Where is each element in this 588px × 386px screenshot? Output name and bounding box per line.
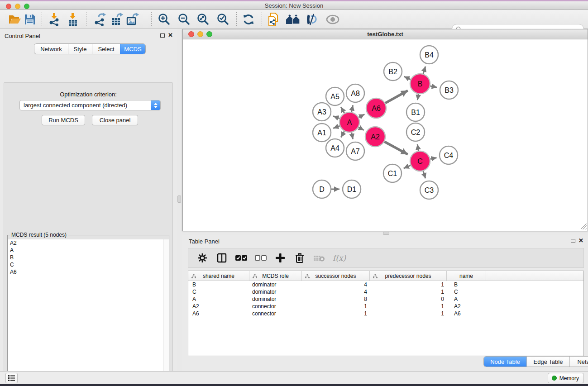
deselect-all-icon[interactable] — [255, 252, 267, 264]
column-header-successor-nodes[interactable]: successor nodes — [302, 271, 370, 281]
delete-icon[interactable] — [294, 252, 306, 264]
graph-edge-B-B4[interactable] — [423, 67, 425, 74]
zoom-fit-icon[interactable] — [195, 12, 210, 27]
export-image-icon[interactable] — [124, 12, 140, 27]
graph-node-A8[interactable]: A8 — [346, 84, 364, 102]
graph-node-A1[interactable]: A1 — [313, 124, 331, 142]
refresh-icon[interactable] — [241, 12, 256, 27]
graph-edge-A6-B[interactable] — [385, 91, 408, 103]
graph-node-B4[interactable]: B4 — [420, 46, 438, 64]
save-session-icon[interactable] — [22, 12, 38, 27]
tab-style[interactable]: Style — [68, 44, 92, 54]
graph-node-B[interactable]: B — [410, 74, 430, 94]
mcds-result-list[interactable]: A2ABCA6 — [8, 239, 169, 386]
graph-edge-B-B1[interactable] — [417, 94, 418, 100]
graph-node-B1[interactable]: B1 — [406, 103, 425, 121]
network-window-titlebar[interactable]: testGlobe.txt — [183, 29, 588, 39]
birdseye-view-icon[interactable] — [325, 12, 340, 27]
float-table-panel-icon[interactable] — [571, 239, 575, 243]
graph-node-A5[interactable]: A5 — [326, 87, 344, 105]
result-item[interactable]: A2 — [8, 239, 169, 247]
graph-edge-B-B3[interactable] — [430, 86, 437, 87]
result-item[interactable]: C — [8, 261, 169, 268]
graphics-details-icon[interactable] — [303, 12, 319, 27]
column-header-MCDS-role[interactable]: MCDS role — [249, 271, 302, 281]
horizontal-splitter-grip[interactable] — [383, 232, 389, 235]
graph-edge-A2-C[interactable] — [384, 142, 408, 154]
graph-node-A6[interactable]: A6 — [366, 98, 386, 118]
graph-node-C4[interactable]: C4 — [440, 146, 458, 164]
table-settings-icon[interactable] — [196, 252, 208, 264]
column-header-predecessor-nodes[interactable]: predecessor nodes — [370, 271, 447, 281]
graph-edge-A-A7[interactable] — [352, 133, 353, 139]
task-history-button[interactable] — [5, 373, 18, 383]
graph-node-A4[interactable]: A4 — [326, 139, 344, 157]
show-columns-icon[interactable] — [216, 252, 228, 264]
graph-edge-A-A8[interactable] — [352, 105, 353, 112]
column-header-name[interactable]: name — [447, 271, 486, 281]
graph-edge-A-A4[interactable] — [341, 131, 344, 137]
table-row[interactable]: A6connector11A6 — [188, 310, 583, 317]
graph-edge-C-C1[interactable] — [404, 165, 411, 168]
graph-edge-A-A1[interactable] — [333, 126, 339, 128]
cybrowser-home-icon[interactable] — [285, 12, 301, 27]
zoom-out-icon[interactable] — [176, 12, 191, 27]
vertical-splitter-grip[interactable] — [177, 195, 181, 203]
select-all-icon[interactable] — [235, 252, 247, 264]
export-network-icon[interactable] — [92, 12, 107, 27]
zoom-in-icon[interactable] — [156, 12, 172, 27]
graph-node-B3[interactable]: B3 — [440, 81, 458, 99]
graph-edge-A-A5[interactable] — [341, 107, 344, 113]
table-tab-edge-table[interactable]: Edge Table — [526, 357, 569, 367]
graph-edge-B-B2[interactable] — [404, 76, 411, 79]
memory-button[interactable]: Memory — [548, 373, 584, 383]
export-table-icon[interactable] — [109, 12, 124, 27]
table-row[interactable]: A2connector11A2 — [188, 303, 583, 310]
table-tab-network-table[interactable]: Network Table — [569, 357, 588, 367]
run-mcds-button[interactable]: Run MCDS — [42, 115, 85, 125]
graph-edge-A-A3[interactable] — [333, 116, 339, 119]
graph-node-C[interactable]: C — [410, 151, 430, 171]
result-list-scrollbar[interactable] — [163, 239, 169, 386]
graph-node-C1[interactable]: C1 — [383, 164, 402, 182]
close-panel-button[interactable]: Close panel — [92, 115, 138, 125]
close-table-panel-icon[interactable]: ✕ — [578, 238, 583, 243]
result-item[interactable]: B — [8, 254, 169, 261]
open-file-icon[interactable] — [7, 12, 23, 27]
graph-node-A3[interactable]: A3 — [313, 103, 331, 121]
result-item[interactable]: A6 — [8, 268, 169, 276]
window-resize-grip[interactable] — [581, 224, 587, 229]
graph-edge-A-A2[interactable] — [359, 127, 364, 130]
graph-edge-C-C4[interactable] — [430, 157, 437, 159]
import-table-icon[interactable] — [65, 12, 81, 27]
network-canvas[interactable]: A5A8A3A1A4A7AA6A2BB1B2B3B4CC1C2C3C4DD1 — [183, 39, 588, 231]
result-item[interactable]: A — [8, 247, 169, 254]
zoom-selected-icon[interactable] — [215, 12, 230, 27]
add-icon[interactable] — [274, 252, 286, 264]
table-row[interactable]: Adominator80A — [188, 295, 583, 303]
import-network-icon[interactable] — [47, 12, 62, 27]
graph-edge-C-C2[interactable] — [417, 144, 418, 151]
tab-network[interactable]: Network — [34, 44, 68, 54]
clone-network-icon[interactable] — [266, 12, 282, 27]
column-header-shared-name[interactable]: shared name — [188, 271, 249, 281]
horizontal-splitter[interactable] — [182, 231, 588, 235]
graph-node-A7[interactable]: A7 — [346, 142, 364, 160]
graph-edge-A-A6[interactable] — [359, 114, 364, 117]
graph-node-C3[interactable]: C3 — [420, 181, 438, 199]
vertical-splitter[interactable] — [177, 29, 182, 371]
criterion-dropdown[interactable]: largest connected component (directed) — [19, 100, 161, 110]
graph-edge-C-C3[interactable] — [423, 171, 425, 178]
tab-mcds[interactable]: MCDS — [120, 44, 145, 54]
graph-node-C2[interactable]: C2 — [406, 123, 425, 141]
table-row[interactable]: Bdominator41B — [188, 281, 583, 288]
graph-node-A[interactable]: A — [339, 112, 359, 132]
graph-node-D[interactable]: D — [313, 180, 331, 198]
graph-node-A2[interactable]: A2 — [365, 127, 385, 147]
tab-select[interactable]: Select — [92, 44, 120, 54]
graph-node-B2[interactable]: B2 — [384, 62, 402, 81]
table-tab-node-table[interactable]: Node Table — [484, 357, 526, 367]
table-row[interactable]: Cdominator41C — [188, 288, 583, 295]
float-panel-icon[interactable] — [160, 33, 165, 38]
close-panel-icon[interactable]: ✕ — [168, 33, 173, 38]
